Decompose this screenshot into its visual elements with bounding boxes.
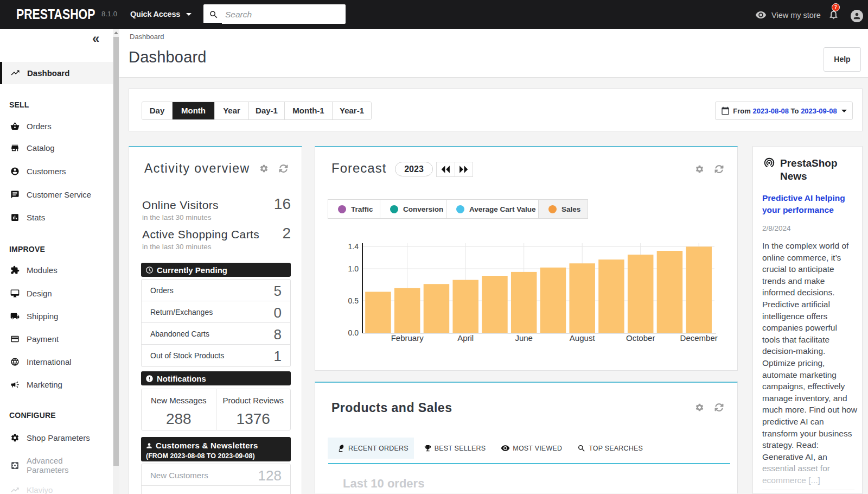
- svg-text:1.0: 1.0: [348, 264, 359, 273]
- svg-text:June: June: [515, 333, 533, 343]
- svg-text:April: April: [457, 333, 474, 343]
- svg-text:0.0: 0.0: [348, 328, 359, 337]
- svg-text:October: October: [626, 333, 655, 343]
- svg-text:December: December: [680, 333, 718, 343]
- svg-text:1.4: 1.4: [348, 242, 359, 251]
- svg-text:0.5: 0.5: [348, 296, 359, 305]
- svg-text:February: February: [391, 333, 424, 343]
- svg-text:August: August: [570, 333, 596, 343]
